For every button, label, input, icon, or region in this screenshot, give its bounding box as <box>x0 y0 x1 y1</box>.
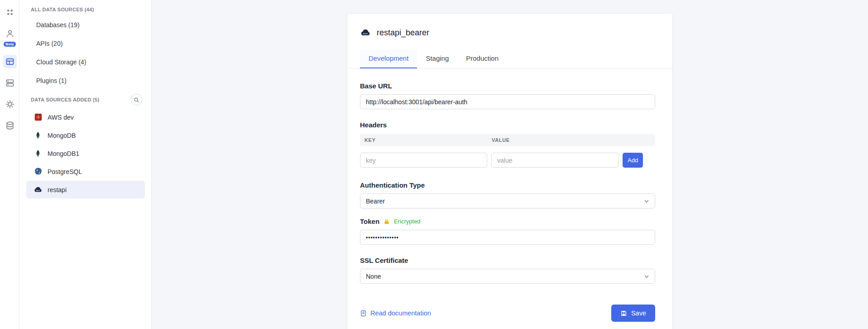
user-icon[interactable] <box>3 27 17 40</box>
read-documentation-link[interactable]: Read documentation <box>360 310 431 317</box>
data-sources-added-label: DATA SOURCES ADDED (5) <box>31 97 99 102</box>
sidebar-item-apis[interactable]: APIs (20) <box>24 34 147 53</box>
datasource-label: PostgreSQL <box>48 168 82 175</box>
headers-label: Headers <box>360 121 655 129</box>
ssl-certificate-value: None <box>366 273 381 280</box>
sidebar-item-mongodb1[interactable]: MongoDB1 <box>26 145 145 162</box>
token-label: Token <box>360 218 379 225</box>
document-icon <box>360 310 367 317</box>
search-icon <box>134 97 139 103</box>
ssl-certificate-label: SSL Certificate <box>360 256 655 264</box>
sidebar-item-cloud-storage[interactable]: Cloud Storage (4) <box>24 53 147 71</box>
save-icon <box>620 310 627 317</box>
encrypted-badge: Encrypted <box>394 218 421 225</box>
settings-gear-icon[interactable] <box>3 97 17 111</box>
chevron-down-icon <box>644 198 649 204</box>
add-header-button[interactable]: Add <box>623 153 643 168</box>
tab-production[interactable]: Production <box>457 50 507 68</box>
datasources-icon[interactable] <box>3 55 17 68</box>
auth-type-section: Authentication Type Bearer <box>360 181 655 208</box>
card-footer: Read documentation Save <box>347 305 672 322</box>
datasource-label: MongoDB1 <box>48 150 79 157</box>
auth-type-label: Authentication Type <box>360 181 655 189</box>
server-icon[interactable] <box>3 76 17 90</box>
save-button-label: Save <box>631 310 646 317</box>
base-url-input[interactable] <box>360 94 655 109</box>
storage-icon[interactable] <box>3 119 17 132</box>
group-label: APIs (20) <box>36 40 62 47</box>
sidebar-item-restapi[interactable]: REST restapi <box>26 181 145 198</box>
key-column-header: KEY <box>360 137 492 143</box>
search-datasources-button[interactable] <box>130 94 142 106</box>
read-documentation-label: Read documentation <box>370 310 431 317</box>
svg-text:REST: REST <box>363 33 369 35</box>
auth-type-value: Bearer <box>366 198 385 205</box>
datasource-label: restapi <box>48 186 67 194</box>
all-data-sources-header: ALL DATA SOURCES (44) <box>24 2 147 15</box>
group-label: Cloud Storage (4) <box>36 58 86 66</box>
page-title: restapi_bearer <box>377 28 429 38</box>
tab-staging[interactable]: Staging <box>417 50 457 68</box>
sidebar-item-plugins[interactable]: Plugins (1) <box>24 71 147 90</box>
token-input[interactable] <box>360 230 655 245</box>
save-button[interactable]: Save <box>611 305 655 322</box>
apps-grid-icon[interactable] <box>3 5 17 19</box>
token-label-row: Token Encrypted <box>360 218 655 225</box>
group-label: Plugins (1) <box>36 77 67 84</box>
sidebar-item-mongodb[interactable]: MongoDB <box>26 126 145 144</box>
headers-table-header: KEY VALUE <box>360 134 655 146</box>
header-input-row: Add <box>360 153 655 168</box>
headers-section: Headers KEY VALUE Add <box>360 121 655 168</box>
value-column-header: VALUE <box>492 137 510 143</box>
datasources-sidebar: ALL DATA SOURCES (44) Databases (19) API… <box>20 0 152 329</box>
group-label: Databases (19) <box>36 21 80 29</box>
aws-icon <box>34 113 43 122</box>
postgresql-icon <box>34 167 43 176</box>
icon-rail: Beta <box>0 0 20 329</box>
mongodb-icon <box>34 131 43 140</box>
header-key-input[interactable] <box>360 153 487 168</box>
environment-tabs: Development Staging Production <box>347 50 672 68</box>
restapi-icon: REST <box>360 27 371 38</box>
datasource-label: AWS dev <box>48 114 74 121</box>
ssl-certificate-select[interactable]: None <box>360 269 655 284</box>
lock-icon <box>384 218 390 225</box>
sidebar-item-databases[interactable]: Databases (19) <box>24 15 147 34</box>
card-title-row: REST restapi_bearer <box>347 27 672 38</box>
sidebar-item-aws-dev[interactable]: AWS dev <box>26 108 145 126</box>
beta-badge: Beta <box>4 42 16 47</box>
sidebar-item-postgresql[interactable]: PostgreSQL <box>26 163 145 180</box>
restapi-icon: REST <box>34 185 43 194</box>
ssl-section: SSL Certificate None <box>360 256 655 284</box>
tab-development[interactable]: Development <box>360 50 417 68</box>
main-content: REST restapi_bearer Development Staging … <box>152 0 868 329</box>
chevron-down-icon <box>644 274 649 279</box>
mongodb-icon <box>34 149 43 158</box>
datasource-config-card: REST restapi_bearer Development Staging … <box>347 13 673 329</box>
data-sources-added-header: DATA SOURCES ADDED (5) <box>24 90 147 108</box>
base-url-label: Base URL <box>360 82 655 90</box>
svg-text:REST: REST <box>36 190 41 192</box>
datasource-label: MongoDB <box>48 132 76 139</box>
auth-type-select[interactable]: Bearer <box>360 194 655 208</box>
datasource-form: Base URL Headers KEY VALUE Add Authentic… <box>347 68 672 284</box>
header-value-input[interactable] <box>491 153 619 168</box>
all-data-sources-label: ALL DATA SOURCES (44) <box>31 7 94 12</box>
